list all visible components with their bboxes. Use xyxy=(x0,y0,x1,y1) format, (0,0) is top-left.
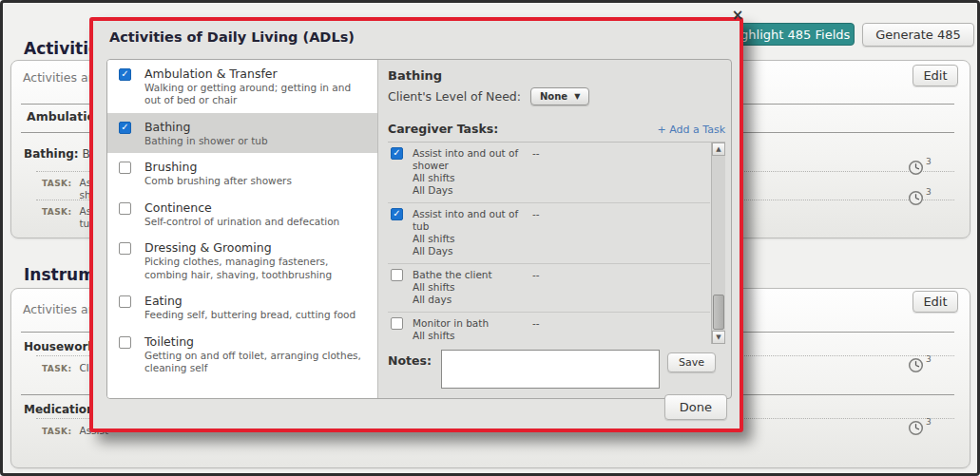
clock-count-badge: 3 xyxy=(926,187,932,197)
task-shifts: All shifts xyxy=(413,172,532,184)
adl-list-item[interactable]: ✓ Bathing Bathing in shower or tub xyxy=(107,113,377,153)
caregiver-task-list: ✓ Assist into and out of shower All shif… xyxy=(388,142,725,344)
adl-list-item[interactable]: ✓ Toileting Getting on and off toilet, a… xyxy=(107,328,377,381)
adl-item-description: Comb brushing after showers xyxy=(144,175,292,187)
adl-checkbox[interactable]: ✓ xyxy=(119,242,131,255)
schedule-row: 3 xyxy=(908,160,930,180)
adl-item-description: Picking clothes, managing fasteners, com… xyxy=(144,256,368,281)
checkmark-icon: ✓ xyxy=(121,69,128,79)
adl-item-name: Bathing xyxy=(144,120,268,134)
task-checkbox[interactable]: ✓ xyxy=(391,147,403,160)
generate-485-button[interactable]: Generate 485 xyxy=(862,23,974,47)
adl-group-label: Bathing: xyxy=(24,147,79,161)
clock-icon[interactable] xyxy=(908,420,924,436)
task-tag: TASK: xyxy=(42,205,71,230)
task-dash-value: -- xyxy=(532,147,710,197)
adl-edit-button[interactable]: Edit xyxy=(913,65,958,86)
task-tag: TASK: xyxy=(42,362,71,374)
task-list-scrollbar[interactable]: ▲ ▼ xyxy=(711,143,725,344)
scrollbar-thumb[interactable] xyxy=(713,295,724,330)
chevron-down-icon: ▼ xyxy=(574,92,580,101)
add-task-link[interactable]: + Add a Task xyxy=(658,124,725,136)
task-days: All days xyxy=(413,342,532,344)
task-dash-value: -- xyxy=(532,317,710,344)
task-tag: TASK: xyxy=(42,177,71,201)
adl-item-name: Eating xyxy=(144,294,355,308)
task-shifts: All shifts xyxy=(413,330,532,342)
task-days: All days xyxy=(413,294,532,306)
adl-item-description: Bathing in shower or tub xyxy=(144,135,268,147)
level-of-need-dropdown[interactable]: None ▼ xyxy=(530,87,589,105)
app-window: Highlight 485 Fields Generate 485 Activi… xyxy=(0,0,980,476)
task-tag: TASK: xyxy=(42,425,71,437)
task-dash-value: -- xyxy=(532,208,710,257)
caregiver-task-row: ✓ Bathe the client All shifts All days -… xyxy=(388,264,710,313)
adl-list-item[interactable]: ✓ Dressing & Grooming Picking clothes, m… xyxy=(107,234,377,287)
adl-checkbox[interactable]: ✓ xyxy=(119,162,131,174)
clock-count-badge: 3 xyxy=(926,417,932,427)
close-icon[interactable]: × xyxy=(729,7,746,24)
notes-textarea[interactable] xyxy=(441,350,660,389)
level-of-need-row: Client's Level of Need: None ▼ xyxy=(388,87,725,105)
modal-title: Activities of Daily Living (ADLs) xyxy=(109,29,355,45)
task-name: Assist into and out of tub xyxy=(413,208,532,233)
level-of-need-value: None xyxy=(540,91,567,102)
clock-count-badge: 3 xyxy=(926,354,932,364)
task-shifts: All shifts xyxy=(413,233,532,245)
scroll-down-icon[interactable]: ▼ xyxy=(712,331,725,344)
caregiver-task-row: ✓ Assist into and out of tub All shifts … xyxy=(388,203,710,264)
checkmark-icon: ✓ xyxy=(393,209,400,219)
adl-item-description: Getting on and off toilet, arranging clo… xyxy=(144,350,368,375)
clock-icon[interactable] xyxy=(908,190,924,206)
adl-list-item[interactable]: ✓ Ambulation & Transfer Walking or getti… xyxy=(107,60,377,113)
clock-icon[interactable] xyxy=(908,160,924,176)
task-checkbox[interactable]: ✓ xyxy=(391,269,403,281)
task-name: Monitor in bath xyxy=(413,317,532,330)
clock-count-badge: 3 xyxy=(926,157,932,166)
schedule-row: 3 xyxy=(908,420,930,440)
task-days: All Days xyxy=(413,184,532,197)
adl-list-item[interactable]: ✓ Continence Self-control of urination a… xyxy=(107,194,377,234)
adl-checkbox[interactable]: ✓ xyxy=(119,336,131,349)
checkmark-icon: ✓ xyxy=(121,123,128,132)
task-checkbox[interactable]: ✓ xyxy=(391,317,403,330)
level-of-need-label: Client's Level of Need: xyxy=(388,89,521,104)
task-name: Assist into and out of shower xyxy=(413,147,532,172)
adl-detail-panel: Bathing Client's Level of Need: None ▼ C… xyxy=(378,60,731,398)
schedule-row: 3 xyxy=(908,357,930,377)
caregiver-task-row: ✓ Monitor in bath All shifts All days -- xyxy=(388,313,710,344)
save-button[interactable]: Save xyxy=(667,352,716,372)
schedule-row: 3 xyxy=(908,190,930,210)
iadl-edit-button[interactable]: Edit xyxy=(913,291,958,313)
clock-icon[interactable] xyxy=(908,357,924,373)
modal-content-box: ✓ Ambulation & Transfer Walking or getti… xyxy=(106,59,732,399)
notes-label: Notes: xyxy=(388,353,432,368)
adl-checkbox[interactable]: ✓ xyxy=(119,202,131,215)
adl-item-name: Dressing & Grooming xyxy=(144,240,368,255)
iadl-group-label: Medication: xyxy=(24,403,99,416)
task-checkbox[interactable]: ✓ xyxy=(391,208,403,220)
caregiver-tasks-label: Caregiver Tasks: xyxy=(388,122,498,136)
adl-item-description: Feeding self, buttering bread, cutting f… xyxy=(144,309,355,321)
adl-item-name: Toileting xyxy=(144,334,368,349)
adl-item-description: Self-control of urination and defecation xyxy=(144,216,339,228)
adl-list-item[interactable]: ✓ Eating Feeding self, buttering bread, … xyxy=(107,287,377,327)
adl-list: ✓ Ambulation & Transfer Walking or getti… xyxy=(107,60,378,398)
task-dash-value: -- xyxy=(532,269,710,306)
scroll-up-icon[interactable]: ▲ xyxy=(712,143,725,156)
adl-item-description: Walking or getting around; getting in an… xyxy=(144,82,368,107)
adl-checkbox[interactable]: ✓ xyxy=(119,68,131,81)
done-button[interactable]: Done xyxy=(664,394,727,420)
caregiver-task-row: ✓ Assist into and out of shower All shif… xyxy=(388,143,710,203)
adl-item-name: Continence xyxy=(144,200,339,215)
adls-modal: × Activities of Daily Living (ADLs) ✓ Am… xyxy=(89,17,743,432)
notes-row: Notes: Save xyxy=(388,350,716,389)
checkmark-icon: ✓ xyxy=(393,148,400,158)
adl-list-item[interactable]: ✓ Brushing Comb brushing after showers xyxy=(107,153,377,193)
detail-title: Bathing xyxy=(388,68,725,83)
adl-checkbox[interactable]: ✓ xyxy=(119,122,131,134)
adl-item-name: Ambulation & Transfer xyxy=(144,67,368,81)
task-days: All Days xyxy=(413,245,532,257)
task-shifts: All shifts xyxy=(413,281,532,294)
adl-checkbox[interactable]: ✓ xyxy=(119,295,131,308)
